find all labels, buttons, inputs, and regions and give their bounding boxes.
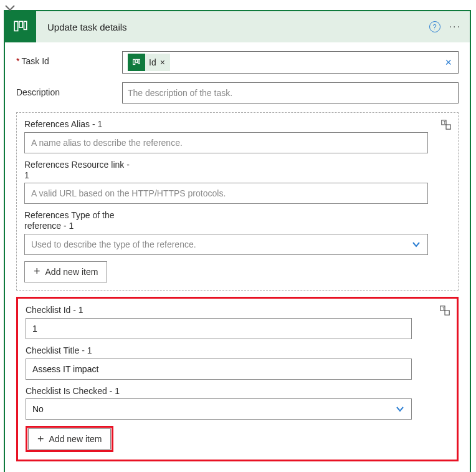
action-card: Update task details ? ··· *Task Id Id × … [4, 10, 471, 472]
ref-resource-label: References Resource link - 1 [24, 160, 136, 181]
clear-input-icon[interactable]: × [445, 56, 452, 69]
svg-rect-4 [136, 59, 138, 62]
description-input[interactable]: The description of the task. [122, 82, 459, 104]
svg-rect-3 [133, 59, 135, 64]
add-checklist-button[interactable]: + Add new item [28, 428, 111, 450]
task-id-label: *Task Id [16, 51, 122, 66]
plus-icon: + [34, 265, 40, 278]
svg-rect-0 [14, 21, 17, 31]
task-id-token[interactable]: Id × [128, 54, 170, 71]
planner-icon [5, 11, 36, 42]
checklist-title-label: Checklist Title - 1 [26, 345, 449, 356]
dynamic-content-icon[interactable]: T [439, 118, 453, 132]
more-menu-icon[interactable]: ··· [449, 21, 461, 32]
references-group: T References Alias - 1 A name alias to d… [16, 112, 459, 291]
description-label: Description [16, 82, 122, 97]
svg-rect-1 [19, 21, 22, 27]
checklist-group: T Checklist Id - 1 1 Checklist Title - 1… [16, 297, 459, 461]
ref-type-select[interactable]: Used to describe the type of the referen… [24, 234, 428, 255]
checklist-title-input[interactable]: Assess IT impact [26, 359, 412, 380]
header-actions: ? ··· [429, 21, 470, 32]
svg-text:T: T [444, 120, 446, 125]
ref-alias-label: References Alias - 1 [24, 119, 450, 130]
card-body: *Task Id Id × × Description [5, 42, 470, 472]
description-row: Description The description of the task. [16, 82, 459, 104]
chevron-down-icon[interactable] [395, 404, 405, 414]
svg-rect-2 [24, 21, 26, 29]
checklist-id-input[interactable]: 1 [26, 318, 412, 339]
description-placeholder: The description of the task. [128, 88, 232, 98]
planner-icon [128, 54, 145, 71]
checklist-checked-label: Checklist Is Checked - 1 [26, 386, 449, 397]
checklist-id-label: Checklist Id - 1 [26, 305, 449, 315]
svg-rect-10 [445, 311, 449, 315]
card-header: Update task details ? ··· [5, 11, 470, 42]
task-id-input[interactable]: Id × × [122, 51, 459, 74]
token-label: Id [149, 57, 156, 67]
dynamic-content-icon[interactable]: T [438, 304, 452, 317]
svg-rect-7 [446, 125, 450, 129]
ref-resource-input[interactable]: A valid URL based on the HTTP/HTTPS prot… [24, 183, 428, 204]
remove-token-icon[interactable]: × [160, 57, 165, 67]
card-title: Update task details [36, 22, 429, 32]
checklist-checked-select[interactable]: No [26, 398, 412, 420]
ref-alias-input[interactable]: A name alias to describe the reference. [24, 132, 428, 153]
chevron-down-icon[interactable] [411, 239, 421, 249]
add-reference-button[interactable]: + Add new item [24, 261, 107, 282]
task-id-row: *Task Id Id × × [16, 51, 459, 74]
svg-text:T: T [442, 306, 445, 311]
svg-rect-5 [138, 59, 140, 64]
plus-icon: + [37, 433, 44, 446]
help-icon[interactable]: ? [429, 21, 440, 32]
ref-type-label: References Type of the reference - 1 [24, 210, 136, 231]
